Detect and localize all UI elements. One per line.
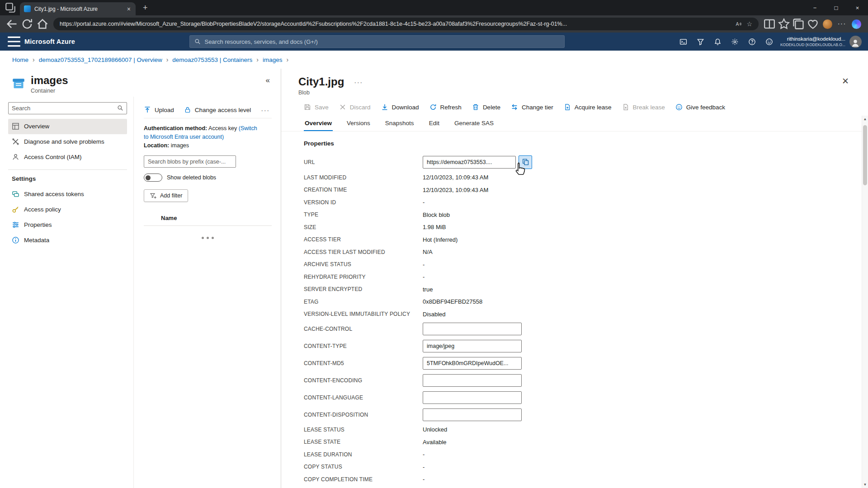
property-label: LEASE STATUS (304, 427, 423, 433)
property-row: CONTENT-MD5 5TMFOhkB0mGRDIpeWudOE... 5TM… (304, 355, 868, 372)
property-input[interactable] (423, 357, 522, 370)
home-icon[interactable] (36, 18, 49, 30)
tab-close-icon[interactable]: × (126, 5, 132, 13)
property-label: ETAG (304, 299, 423, 305)
container-blade-content: Upload Change access level ··· Authentic… (134, 97, 281, 488)
feedback-icon[interactable] (765, 38, 773, 46)
sidebar-item[interactable]: Access policy (8, 202, 127, 217)
directory-filter-icon[interactable] (697, 38, 704, 46)
upload-button[interactable]: Upload (144, 106, 174, 113)
azure-brand[interactable]: Microsoft Azure (24, 38, 75, 45)
sidebar-item[interactable]: Shared access tokens (8, 187, 127, 202)
url-value-box[interactable]: https://demoaz0753553.... (423, 156, 516, 169)
breadcrumb-link[interactable]: Home (12, 56, 28, 63)
sidebar-item[interactable]: Metadata (8, 233, 127, 248)
new-tab-button[interactable]: + (141, 3, 150, 13)
menu-search-input[interactable] (12, 105, 117, 112)
show-deleted-toggle[interactable] (144, 174, 162, 182)
property-value: Block blob (423, 211, 450, 218)
toolbar-button[interactable]: Save (304, 103, 329, 111)
property-input[interactable] (423, 323, 522, 335)
property-row: CONTENT-ENCODING (304, 372, 868, 389)
breadcrumb-link[interactable]: demoaz0753553_1702189866007 | Overview (39, 56, 162, 63)
breadcrumb-link[interactable]: images (263, 56, 283, 63)
tab[interactable]: Snapshots (384, 117, 415, 131)
browser-menu-icon[interactable]: ··· (835, 18, 848, 30)
read-aloud-icon[interactable]: A (735, 20, 742, 28)
change-access-level-button[interactable]: Change access level (184, 106, 251, 113)
account-email: rithinskaria@kodekloud... (780, 36, 845, 42)
property-label: CONTENT-DISPOSITION (304, 412, 423, 418)
global-search-input[interactable] (204, 38, 560, 45)
toolbar-button[interactable]: Discard (339, 103, 371, 111)
property-input[interactable] (423, 340, 522, 352)
add-filter-button[interactable]: Add filter (144, 189, 188, 202)
download-icon (381, 103, 388, 111)
toolbar-button[interactable]: Download (381, 103, 419, 111)
scroll-down-icon[interactable]: ▼ (863, 481, 867, 488)
maximize-button[interactable]: □ (826, 0, 847, 15)
blob-list-name-header[interactable]: Name (144, 213, 272, 226)
hamburger-menu-icon[interactable] (6, 33, 22, 51)
scroll-up-icon[interactable]: ▲ (863, 116, 867, 122)
settings-gear-icon[interactable] (731, 38, 739, 46)
back-icon[interactable] (5, 18, 18, 30)
scrollbar-thumb[interactable] (863, 125, 867, 185)
toolbar-button[interactable]: Give feedback (675, 103, 725, 111)
property-row: CONTENT-DISPOSITION (304, 406, 868, 423)
property-input[interactable] (423, 391, 522, 404)
blob-prefix-search-input[interactable] (144, 155, 236, 168)
copilot-icon[interactable] (850, 18, 863, 30)
toolbar-button[interactable]: Delete (472, 103, 500, 111)
refresh-page-icon[interactable] (21, 18, 33, 30)
browser-action-icons: ··· (763, 18, 863, 30)
sidebar-item[interactable]: Overview (8, 119, 127, 134)
favorites-star-icon[interactable]: ☆ (746, 20, 752, 28)
container-blade-header: images Container « (0, 69, 281, 97)
url-text[interactable]: https://portal.azure.com/#view/Microsoft… (60, 21, 731, 27)
tab[interactable]: Overview (304, 117, 333, 131)
toolbar-button[interactable]: Change tier (511, 103, 553, 111)
global-search[interactable] (189, 35, 565, 48)
collections-icon[interactable] (792, 18, 805, 30)
sidebar-item[interactable]: Properties (8, 217, 127, 233)
browser-essentials-icon[interactable] (807, 18, 819, 30)
tab[interactable]: Versions (346, 117, 371, 131)
address-bar[interactable]: https://portal.azure.com/#view/Microsoft… (53, 18, 759, 30)
minimize-button[interactable]: − (804, 0, 826, 15)
sidebar-item[interactable]: Diagnose and solve problems (8, 134, 127, 150)
blob-context-menu-icon[interactable]: ··· (354, 78, 363, 86)
browser-tab[interactable]: City1.jpg - Microsoft Azure × (20, 2, 136, 15)
help-icon[interactable] (748, 38, 756, 46)
toolbar-button[interactable]: Break lease (622, 103, 665, 111)
property-input[interactable] (423, 374, 522, 387)
close-window-button[interactable]: × (847, 0, 868, 15)
property-value: - (423, 199, 425, 206)
scrollbar[interactable]: ▲ ▼ (862, 116, 868, 488)
split-screen-icon[interactable] (763, 18, 776, 30)
property-label: VERSION ID (304, 199, 423, 206)
tab[interactable]: Generate SAS (453, 117, 495, 131)
property-label: LEASE DURATION (304, 451, 423, 458)
property-input[interactable] (423, 408, 522, 421)
close-blade-icon[interactable]: ✕ (842, 76, 849, 86)
breadcrumb-link[interactable]: demoaz0753553 | Containers (172, 56, 252, 63)
toolbar-button[interactable]: Refresh (429, 103, 462, 111)
collapse-menu-icon[interactable]: « (262, 74, 274, 87)
menu-search-box[interactable] (8, 102, 127, 114)
sidebar-item[interactable]: Access Control (IAM) (8, 150, 127, 165)
notifications-bell-icon[interactable] (714, 38, 722, 46)
copy-url-button[interactable] (519, 155, 532, 169)
property-row: ARCHIVE STATUS - - (304, 258, 868, 271)
blob-title: City1.jpg (298, 75, 344, 88)
user-avatar[interactable] (849, 36, 862, 48)
tab-organizer-icon[interactable] (5, 2, 16, 14)
property-row: CREATION TIME 12/10/2023, 10:09:43 AM 12… (304, 184, 868, 197)
toolbar-button[interactable]: Acquire lease (564, 103, 612, 111)
favorites-bar-icon[interactable] (778, 18, 790, 30)
toolbar-overflow-icon[interactable]: ··· (261, 106, 270, 114)
account-info[interactable]: rithinskaria@kodekloud... KODEKLOUD (KOD… (780, 36, 845, 47)
cloud-shell-icon[interactable] (679, 38, 687, 46)
tab[interactable]: Edit (428, 117, 440, 131)
profile-avatar[interactable] (821, 18, 834, 30)
